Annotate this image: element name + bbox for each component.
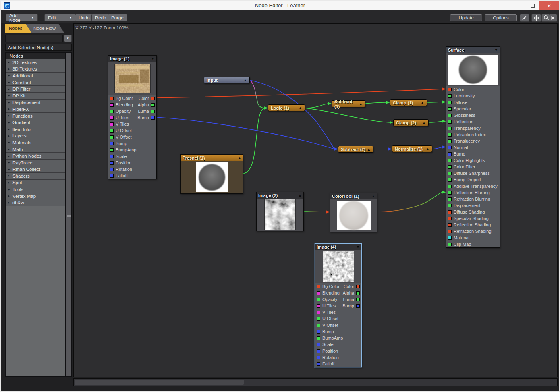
- input-port-additive-transparency[interactable]: [448, 185, 452, 188]
- input-port-transparency[interactable]: [448, 127, 452, 130]
- category-layers[interactable]: ►Layers: [6, 133, 65, 140]
- node-canvas[interactable]: Image (1)▼ Bg ColorColorBlendingAlphaOpa…: [73, 23, 558, 377]
- input-port-bg-color[interactable]: [317, 285, 320, 288]
- node-subtract-2[interactable]: Subtract (2)▲: [338, 146, 373, 153]
- category-math[interactable]: ►Math: [6, 146, 65, 153]
- category-spot[interactable]: ►Spot: [6, 180, 65, 187]
- add-node-dropdown[interactable]: Add Node▼: [6, 14, 38, 21]
- collapse-arrow-icon[interactable]: ▲: [298, 193, 302, 197]
- input-port-opacity[interactable]: [110, 110, 114, 113]
- title-bar[interactable]: Node Editor - Leather ✕: [1, 1, 559, 10]
- collapse-arrow-icon[interactable]: ▲: [426, 147, 429, 151]
- connection-logic-1-to-subtract-1[interactable]: [305, 104, 328, 108]
- connection-colortool-1-to-surface-reflection-blurring[interactable]: [377, 192, 442, 212]
- category-gradient[interactable]: ►Gradient: [6, 119, 65, 126]
- node-colortool-1[interactable]: ColorTool (1)▲: [330, 193, 377, 232]
- node-image-4[interactable]: Image (4)▼ Bg ColorColorBlendingAlphaOpa…: [315, 243, 362, 367]
- collapse-arrow-icon[interactable]: ▲: [299, 106, 302, 110]
- category-2d-textures[interactable]: ►2D Textures: [6, 59, 65, 66]
- input-port-refraction-blurring[interactable]: [448, 197, 452, 201]
- redo-button[interactable]: Redo: [91, 14, 110, 21]
- category-materials[interactable]: ►Materials: [6, 139, 65, 146]
- category-fiberfx[interactable]: ►FiberFX: [6, 106, 65, 113]
- collapse-arrow-icon[interactable]: ▼: [151, 57, 155, 61]
- pen-tool-button[interactable]: [520, 14, 529, 22]
- collapse-arrow-icon[interactable]: ▲: [243, 78, 247, 82]
- tab-node-flow[interactable]: Node Flow: [25, 24, 64, 33]
- input-port-blending[interactable]: [110, 103, 114, 107]
- input-port-material[interactable]: [448, 236, 452, 240]
- output-port-color[interactable]: [151, 97, 155, 100]
- expand-panel-button[interactable]: [549, 14, 557, 22]
- close-button[interactable]: ✕: [539, 1, 559, 10]
- connection-clamp-2-to-surface-reflection[interactable]: [429, 121, 442, 122]
- input-port-opacity[interactable]: [317, 298, 320, 301]
- category-dp-filter[interactable]: ►DP Filter: [6, 86, 65, 93]
- input-port-bump[interactable]: [448, 152, 452, 156]
- node-header[interactable]: Fresnel (1)▲: [181, 155, 243, 161]
- input-port-reflection[interactable]: [448, 120, 452, 124]
- input-port-reflection-shading[interactable]: [448, 223, 452, 227]
- output-port-alpha[interactable]: [356, 291, 360, 295]
- connection-image-1-bump-to-subtract-2[interactable]: [157, 117, 334, 149]
- edit-dropdown[interactable]: Edit▼: [44, 14, 76, 21]
- input-port-scale[interactable]: [317, 343, 320, 346]
- input-port-specular[interactable]: [448, 107, 452, 111]
- node-header[interactable]: Image (1)▼: [108, 56, 156, 62]
- output-port-luma[interactable]: [356, 298, 360, 301]
- node-header[interactable]: Image (2)▲: [257, 192, 303, 199]
- category-rman-collect[interactable]: ►Rman Collect: [6, 166, 65, 173]
- connection-image-1-color-to-surface-color[interactable]: [157, 89, 442, 98]
- input-port-u-tiles[interactable]: [110, 116, 114, 120]
- category-displacement[interactable]: ►Displacement: [6, 100, 65, 106]
- options-button[interactable]: Options: [485, 14, 517, 21]
- purge-button[interactable]: Purge: [108, 14, 127, 21]
- output-port-color[interactable]: [356, 285, 360, 288]
- input-port-falloff[interactable]: [317, 362, 320, 366]
- input-port-specular-shading[interactable]: [448, 217, 452, 220]
- scrollbar-grip[interactable]: [67, 215, 71, 216]
- collapse-arrow-icon[interactable]: ▲: [367, 147, 371, 151]
- input-port-diffuse-shading[interactable]: [448, 210, 452, 214]
- collapse-arrow-icon[interactable]: ▼: [356, 245, 360, 249]
- pan-tool-button[interactable]: [531, 14, 541, 22]
- node-image-1[interactable]: Image (1)▼ Bg ColorColorBlendingAlphaOpa…: [108, 55, 157, 179]
- node-header[interactable]: Surface▼: [446, 47, 500, 53]
- input-port-color[interactable]: [448, 88, 452, 91]
- input-port-rotation[interactable]: [110, 168, 114, 171]
- update-button[interactable]: Update: [450, 14, 482, 21]
- sidebar-scrollbar[interactable]: [66, 52, 72, 377]
- input-port-normal[interactable]: [448, 146, 452, 149]
- input-port-v-tiles[interactable]: [317, 311, 320, 314]
- minimize-button[interactable]: [512, 1, 526, 10]
- node-input[interactable]: Input▲: [204, 77, 250, 83]
- input-port-u-offset[interactable]: [110, 129, 114, 133]
- input-port-diffuse[interactable]: [448, 101, 452, 104]
- collapse-arrow-icon[interactable]: ▲: [238, 156, 241, 160]
- input-port-scale[interactable]: [110, 155, 114, 158]
- input-port-luminosity[interactable]: [448, 94, 452, 98]
- node-image-2[interactable]: Image (2)▲: [256, 192, 304, 231]
- input-port-bumpamp[interactable]: [317, 336, 320, 340]
- input-port-bumpamp[interactable]: [110, 148, 114, 152]
- category-additional[interactable]: ►Additional: [6, 73, 65, 79]
- node-header[interactable]: Image (4)▼: [315, 244, 361, 250]
- output-port-bump[interactable]: [356, 304, 360, 308]
- node-logic-1[interactable]: Logic (1)▲: [268, 104, 305, 111]
- input-port-reflection-blurring[interactable]: [448, 191, 452, 195]
- category-constant[interactable]: ►Constant: [6, 79, 65, 86]
- collapse-arrow-icon[interactable]: ▼: [494, 48, 498, 52]
- collapse-arrow-icon[interactable]: ▲: [421, 101, 424, 105]
- connection-clamp-1-to-surface-diffuse[interactable]: [427, 102, 442, 102]
- node-normalize-1[interactable]: Normalize (1)▲: [392, 145, 432, 152]
- category-item-info[interactable]: ►Item Info: [6, 126, 65, 133]
- connection-image-2-to-colortool-1[interactable]: [304, 212, 326, 212]
- connection-logic-1-to-clamp-2[interactable]: [305, 108, 390, 122]
- input-port-blending[interactable]: [317, 291, 320, 295]
- connection-normalize-1-to-surface-normal[interactable]: [432, 147, 442, 149]
- node-clamp-1[interactable]: Clamp (1)▲: [390, 99, 427, 106]
- input-port-color-highlights[interactable]: [448, 159, 452, 162]
- canvas-horizontal-scrollbar[interactable]: [73, 378, 558, 386]
- category-vertex-map[interactable]: ►Vertex Map: [6, 193, 65, 200]
- input-port-bump[interactable]: [317, 330, 320, 334]
